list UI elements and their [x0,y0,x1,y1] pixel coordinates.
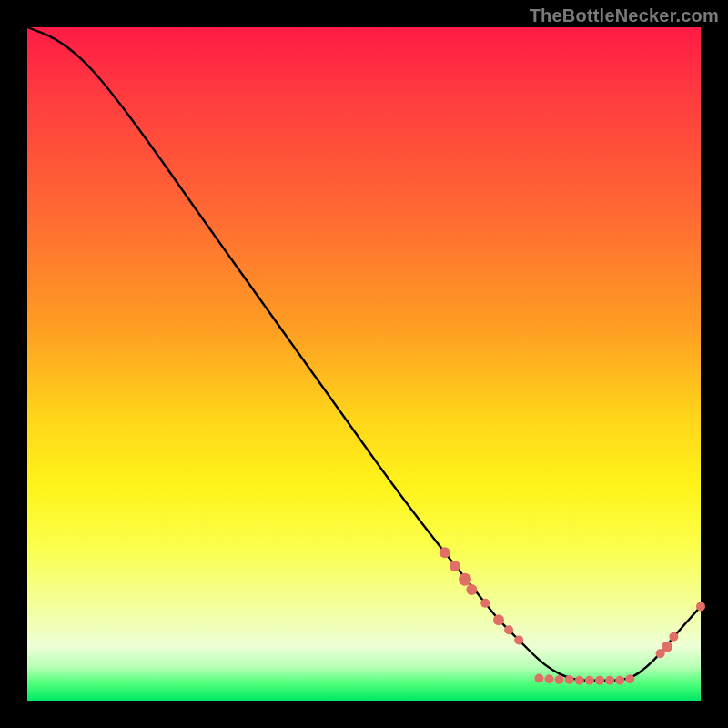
chart-stage: TheBottleNecker.com [0,0,728,728]
plot-area [27,27,701,701]
data-point [662,642,672,652]
data-point [480,599,490,608]
data-point [595,676,604,685]
chart-svg [27,27,701,701]
highlight-points [440,547,705,685]
data-point [466,584,477,595]
bottleneck-curve [27,27,701,681]
data-point [605,676,614,685]
data-point [669,632,678,642]
data-point [585,676,594,685]
data-point [493,614,504,625]
data-point [450,561,460,571]
data-point [459,573,471,586]
data-point [504,625,513,634]
data-point [615,676,624,685]
curve-group [27,27,701,681]
data-point [534,674,543,683]
data-point [545,674,554,683]
data-point [514,635,523,644]
data-point [565,675,574,684]
data-point [625,674,634,683]
data-point [440,547,450,558]
data-point [555,675,564,684]
data-point [696,602,705,611]
watermark-text: TheBottleNecker.com [530,5,719,26]
data-point [575,676,584,685]
